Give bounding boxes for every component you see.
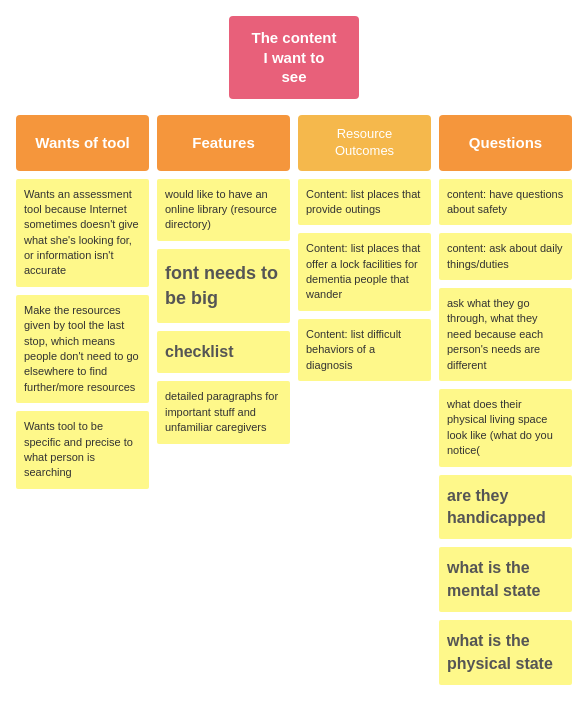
column-resource-outcomes: Resource OutcomesContent: list places th… [298, 115, 431, 382]
sticky-questions-1: content: ask about daily things/duties [439, 233, 572, 280]
sticky-resource-outcomes-2: Content: list difficult behaviors of a d… [298, 319, 431, 381]
top-card: The content I want to see [229, 16, 359, 99]
sticky-features-2: checklist [157, 331, 290, 373]
sticky-wants-of-tool-2: Wants tool to be specific and precise to… [16, 411, 149, 489]
sticky-questions-6: what is the physical state [439, 620, 572, 685]
col-header-resource-outcomes: Resource Outcomes [298, 115, 431, 171]
col-header-features: Features [157, 115, 290, 171]
sticky-questions-2: ask what they go through, what they need… [439, 288, 572, 381]
sticky-questions-5: what is the mental state [439, 547, 572, 612]
columns-container: Wants of toolWants an assessment tool be… [16, 115, 572, 685]
sticky-questions-4: are they handicapped [439, 475, 572, 540]
col-header-questions: Questions [439, 115, 572, 171]
board: The content I want to see Wants of toolW… [16, 16, 572, 685]
col-header-wants-of-tool: Wants of tool [16, 115, 149, 171]
sticky-questions-3: what does their physical living space lo… [439, 389, 572, 467]
top-card-label: The content I want to see [252, 29, 337, 85]
sticky-resource-outcomes-0: Content: list places that provide outing… [298, 179, 431, 226]
sticky-features-0: would like to have an online library (re… [157, 179, 290, 241]
sticky-features-1: font needs to be big [157, 249, 290, 323]
sticky-questions-0: content: have questions about safety [439, 179, 572, 226]
sticky-resource-outcomes-1: Content: list places that offer a lock f… [298, 233, 431, 311]
column-questions: Questionscontent: have questions about s… [439, 115, 572, 685]
column-features: Featureswould like to have an online lib… [157, 115, 290, 444]
sticky-features-3: detailed paragraphs for important stuff … [157, 381, 290, 443]
column-wants-of-tool: Wants of toolWants an assessment tool be… [16, 115, 149, 489]
sticky-wants-of-tool-1: Make the resources given by tool the las… [16, 295, 149, 403]
sticky-wants-of-tool-0: Wants an assessment tool because Interne… [16, 179, 149, 287]
